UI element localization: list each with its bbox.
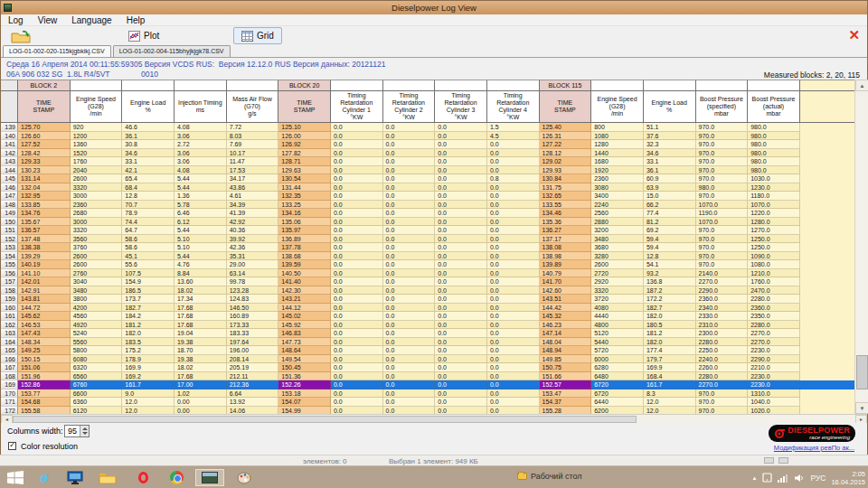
grid-cell[interactable]: 186.5 <box>122 286 175 296</box>
grid-cell[interactable]: 36.1 <box>644 166 696 175</box>
grid-cell[interactable]: 6480 <box>591 372 644 381</box>
grid-cell[interactable]: 2230.0 <box>748 372 800 381</box>
column-header[interactable]: Mass Air Flow(G70)g/s <box>227 91 279 123</box>
grid-cell[interactable]: 0.0 <box>331 380 383 389</box>
timestamp-cell[interactable]: 130.23 <box>18 166 71 175</box>
row-number[interactable]: 143 <box>1 157 18 166</box>
timestamp-cell[interactable]: 128.71 <box>278 157 331 166</box>
grid-cell[interactable]: 1280.0 <box>748 218 800 227</box>
grid-cell[interactable]: 0.0 <box>435 338 487 347</box>
grid-row[interactable]: 167151.066320169.918.02205.19150.450.00.… <box>1 363 854 372</box>
grid-row[interactable]: 171154.68636012.00.0013.92154.070.00.00.… <box>1 398 854 407</box>
grid-cell[interactable]: 2600 <box>71 252 123 261</box>
row-number[interactable]: 142 <box>1 149 18 158</box>
grid-cell[interactable]: 0.0 <box>331 226 383 235</box>
grid-cell[interactable]: 146.50 <box>227 304 279 313</box>
grid-cell[interactable]: 980.0 <box>748 132 800 141</box>
menu-help[interactable]: Help <box>119 15 153 25</box>
grid-cell[interactable]: 6720 <box>591 389 644 399</box>
grid-cell[interactable]: 160.89 <box>227 312 279 321</box>
timestamp-cell[interactable]: 134.16 <box>278 209 331 218</box>
grid-cell[interactable]: 2140.0 <box>696 269 749 278</box>
grid-cell[interactable]: 3320 <box>71 226 123 235</box>
timestamp-cell[interactable]: 142.30 <box>278 286 331 296</box>
grid-cell[interactable]: 0.0 <box>435 123 487 132</box>
timestamp-cell[interactable]: 128.12 <box>540 149 592 158</box>
grid-cell[interactable]: 2360 <box>591 174 644 183</box>
grid-cell[interactable]: 3080 <box>591 183 644 192</box>
grid-cell[interactable]: 0.0 <box>435 277 487 286</box>
grid-cell[interactable]: 7.69 <box>227 140 279 149</box>
grid-cell[interactable]: 17.34 <box>175 295 227 304</box>
grid-row[interactable]: 141127.52136030.82.727.69126.920.00.00.0… <box>1 140 854 149</box>
grid-row[interactable]: 162146.534920181.217.68173.33145.920.00.… <box>1 321 854 330</box>
grid-cell[interactable]: 0.0 <box>331 338 383 347</box>
grid-cell[interactable]: 0.0 <box>383 123 436 132</box>
timestamp-cell[interactable]: 152.86 <box>18 380 71 389</box>
grid-cell[interactable]: 17.68 <box>175 321 227 330</box>
volume-icon[interactable] <box>794 474 805 483</box>
grid-cell[interactable]: 0.0 <box>383 286 436 296</box>
grid-cell[interactable]: 59.4 <box>644 235 696 244</box>
grid-cell[interactable]: 3320 <box>71 183 123 192</box>
grid-cell[interactable]: 0.0 <box>487 380 540 389</box>
grid-cell[interactable]: 182.0 <box>644 312 696 321</box>
grid-cell[interactable]: 1760 <box>71 157 123 166</box>
grid-button[interactable]: Grid <box>233 27 282 44</box>
grid-cell[interactable]: 0.0 <box>383 218 436 227</box>
display-app-taskbar-icon[interactable] <box>65 469 85 486</box>
grid-cell[interactable]: 2340.0 <box>696 304 749 313</box>
grid-cell[interactable]: 0.0 <box>383 398 436 407</box>
grid-cell[interactable]: 0.0 <box>331 304 383 313</box>
grid-cell[interactable]: 18.70 <box>175 346 227 355</box>
grid-cell[interactable]: 0.0 <box>331 243 383 252</box>
grid-cell[interactable]: 6200 <box>591 407 644 415</box>
grid-cell[interactable]: 0.0 <box>435 157 487 166</box>
grid-cell[interactable]: 980.0 <box>696 183 749 192</box>
grid-cell[interactable]: 0.0 <box>435 140 487 149</box>
grid-cell[interactable]: 6120 <box>71 407 123 415</box>
grid-cell[interactable]: 9.0 <box>122 389 175 399</box>
grid-cell[interactable]: 970.0 <box>696 149 749 158</box>
timestamp-cell[interactable]: 134.46 <box>540 209 592 218</box>
timestamp-cell[interactable]: 126.92 <box>278 140 331 149</box>
grid-cell[interactable]: 0.0 <box>487 338 540 347</box>
grid-row[interactable]: 154139.29260045.15.4435.31138.680.00.00.… <box>1 252 854 261</box>
grid-cell[interactable]: 3000 <box>71 192 123 201</box>
grid-cell[interactable]: 2280.0 <box>696 372 749 381</box>
row-number[interactable]: 139 <box>1 123 18 132</box>
grid-cell[interactable]: 5120 <box>591 329 644 338</box>
grid-cell[interactable]: 0.0 <box>487 209 540 218</box>
grid-cell[interactable]: 3480 <box>591 235 644 244</box>
grid-cell[interactable]: 2680 <box>71 209 123 218</box>
grid-cell[interactable]: 0.0 <box>435 389 487 399</box>
timestamp-cell[interactable]: 148.94 <box>540 346 592 355</box>
grid-cell[interactable]: 2360 <box>71 201 123 210</box>
grid-cell[interactable]: 2720 <box>591 269 644 278</box>
grid-row-selected[interactable]: 169152.866760161.717.00212.36152.260.00.… <box>1 380 854 389</box>
grid-cell[interactable]: 54.1 <box>644 260 696 269</box>
grid-row[interactable]: 142128.42152034.63.0610.17127.820.00.00.… <box>1 149 854 158</box>
row-number[interactable]: 169 <box>1 380 18 389</box>
grid-row[interactable]: 166150.156080178.919.38208.14149.540.00.… <box>1 355 854 364</box>
grid-row[interactable]: 151136.57332064.75.4440.36135.970.00.00.… <box>1 226 854 235</box>
row-number[interactable]: 167 <box>1 363 18 372</box>
grid-cell[interactable]: 2240 <box>591 201 644 210</box>
grid-cell[interactable]: 0.0 <box>383 389 436 399</box>
grid-cell[interactable]: 0.0 <box>435 260 487 269</box>
grid-cell[interactable]: 4440 <box>591 312 644 321</box>
grid-cell[interactable]: 19.04 <box>175 329 227 338</box>
color-resolution-checkbox[interactable] <box>8 442 16 450</box>
timestamp-cell[interactable]: 145.32 <box>540 312 592 321</box>
row-number[interactable]: 162 <box>1 321 18 330</box>
grid-cell[interactable]: 0.0 <box>331 407 383 415</box>
grid-row[interactable]: 155140.19260055.64.7629.00139.590.00.00.… <box>1 260 854 269</box>
grid-row[interactable]: 153138.38376058.65.1042.36137.780.00.00.… <box>1 243 854 252</box>
grid-cell[interactable]: 34.39 <box>227 201 279 210</box>
timestamp-cell[interactable]: 144.42 <box>540 304 592 313</box>
grid-cell[interactable]: 182.0 <box>122 329 175 338</box>
grid-cell[interactable]: 6280 <box>591 363 644 372</box>
grid-cell[interactable]: 2880 <box>591 218 644 227</box>
timestamp-cell[interactable]: 139.29 <box>18 252 71 261</box>
grid-cell[interactable]: 3200 <box>591 226 644 235</box>
